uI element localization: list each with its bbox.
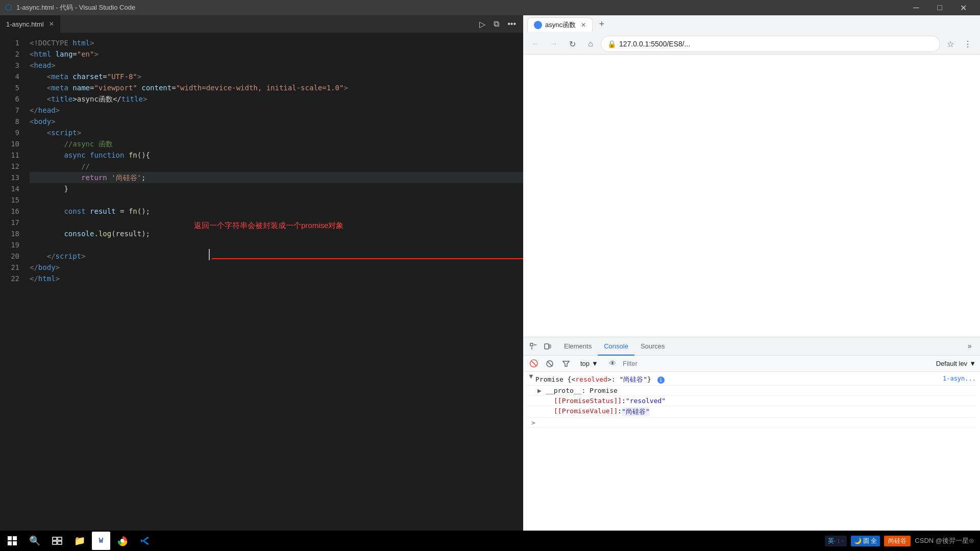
devtools-more-tabs[interactable]: » bbox=[964, 342, 976, 350]
browser-chrome: async函数 ✕ + ← → ↻ ⌂ 🔒 127.0.0.1:5500/ES8… bbox=[523, 15, 980, 55]
main-layout: 1-async.html ✕ ▷ ⧉ ••• 12345678910111213… bbox=[0, 15, 980, 531]
devtools-panel: Elements Console Sources » 🚫 top ▼ 👁 bbox=[523, 337, 980, 531]
line-number-3: 3 bbox=[0, 60, 26, 71]
title-bar-title: 1-async.html - 代码 - Visual Studio Code bbox=[16, 3, 135, 12]
line-number-10: 10 bbox=[0, 138, 26, 149]
code-line-19 bbox=[30, 239, 523, 251]
browser-content-area bbox=[523, 55, 980, 337]
console-item-promise: ▶ Promise {<resolved>: "尚硅谷"} i 1-asyn..… bbox=[527, 374, 976, 386]
console-item-status: [[PromiseStatus]] : "resolved" bbox=[527, 396, 976, 406]
filter-icon[interactable] bbox=[560, 358, 572, 370]
console-item-chevron: > bbox=[527, 418, 976, 428]
ime-indicator[interactable]: 英·：· bbox=[825, 536, 847, 546]
svg-rect-9 bbox=[13, 536, 17, 540]
line-number-13: 13 bbox=[0, 172, 26, 183]
taskbar-explorer-button[interactable]: 📁 bbox=[69, 531, 90, 551]
reload-button[interactable]: ↻ bbox=[564, 36, 580, 52]
devtools-tab-elements[interactable]: Elements bbox=[558, 337, 598, 356]
code-line-7: </head> bbox=[30, 105, 523, 116]
code-line-5: <meta name="viewport" content="width=dev… bbox=[30, 82, 523, 93]
browser-tab[interactable]: async函数 ✕ bbox=[527, 17, 593, 32]
line-numbers: 12345678910111213141516171819202122 bbox=[0, 33, 26, 531]
tab-actions: ▷ ⧉ ••• bbox=[476, 17, 523, 31]
code-line-11: async function fn(){ bbox=[30, 149, 523, 161]
line-number-22: 22 bbox=[0, 273, 26, 284]
browser-nav: ← → ↻ ⌂ 🔒 127.0.0.1:5500/ES8/... ☆ ⋮ bbox=[523, 34, 980, 54]
code-line-15 bbox=[30, 194, 523, 206]
eye-icon[interactable]: 👁 bbox=[606, 358, 619, 370]
page-favicon bbox=[534, 21, 542, 29]
console-filter-input[interactable] bbox=[623, 358, 932, 370]
code-line-20: </script> bbox=[30, 251, 523, 262]
tab-close-icon[interactable]: ✕ bbox=[49, 20, 54, 28]
split-editor-button[interactable]: ⧉ bbox=[491, 17, 502, 31]
forward-button[interactable]: → bbox=[546, 36, 562, 52]
title-bar-controls: ─ □ ✕ bbox=[904, 0, 975, 15]
editor-tab[interactable]: 1-async.html ✕ bbox=[0, 15, 61, 33]
promise-value-colon: : bbox=[618, 407, 622, 415]
devtools-tab-bar: Elements Console Sources » bbox=[523, 337, 980, 356]
back-button[interactable]: ← bbox=[527, 36, 544, 52]
chevron-symbol: > bbox=[531, 419, 535, 427]
svg-rect-4 bbox=[549, 345, 551, 348]
taskbar-chrome-button[interactable] bbox=[112, 531, 133, 551]
line-number-11: 11 bbox=[0, 149, 26, 161]
devtools-tab-sources[interactable]: Sources bbox=[634, 337, 671, 356]
proto-expand-icon[interactable]: ▶ bbox=[537, 387, 546, 394]
block-icon[interactable]: 🚫 bbox=[527, 358, 540, 370]
browser-tab-close-icon[interactable]: ✕ bbox=[581, 21, 586, 29]
default-levels-selector[interactable]: Default lev ▼ bbox=[936, 360, 976, 367]
code-line-3: <head> bbox=[30, 60, 523, 71]
inspect-element-icon[interactable] bbox=[527, 340, 540, 353]
console-source-link[interactable]: 1-asyn... bbox=[943, 375, 976, 382]
line-number-8: 8 bbox=[0, 116, 26, 127]
device-toggle-icon[interactable] bbox=[542, 340, 554, 353]
svg-rect-10 bbox=[8, 541, 12, 545]
code-content[interactable]: <!DOCTYPE html><html lang="en"><head> <m… bbox=[26, 33, 523, 531]
editor-tab-bar: 1-async.html ✕ ▷ ⧉ ••• bbox=[0, 15, 523, 33]
svg-marker-7 bbox=[563, 361, 569, 366]
promise-value-key: [[PromiseValue]] bbox=[554, 407, 618, 415]
title-bar: ⬡ 1-async.html - 代码 - Visual Studio Code… bbox=[0, 0, 980, 15]
new-tab-button[interactable]: + bbox=[595, 17, 609, 32]
context-selector[interactable]: top ▼ bbox=[576, 358, 602, 370]
url-display: 127.0.0.1:5500/ES8/... bbox=[619, 40, 690, 48]
devtools-icons bbox=[527, 340, 554, 353]
line-number-20: 20 bbox=[0, 251, 26, 262]
start-button[interactable] bbox=[2, 531, 22, 551]
svg-rect-14 bbox=[53, 541, 57, 544]
ime-box[interactable]: 🌙 圆 全 bbox=[851, 536, 880, 546]
devtools-tab-console[interactable]: Console bbox=[598, 337, 634, 356]
expand-icon[interactable]: ▶ bbox=[528, 375, 535, 383]
context-dropdown-icon: ▼ bbox=[592, 360, 598, 367]
info-icon: i bbox=[657, 377, 665, 384]
run-button[interactable]: ▷ bbox=[476, 17, 488, 31]
more-actions-button[interactable]: ••• bbox=[504, 17, 519, 31]
promise-status-key: [[PromiseStatus]] bbox=[554, 397, 622, 405]
code-editor: 12345678910111213141516171819202122 <!DO… bbox=[0, 33, 523, 531]
bookmark-button[interactable]: ☆ bbox=[942, 36, 959, 52]
close-button[interactable]: ✕ bbox=[951, 0, 975, 15]
address-bar[interactable]: 🔒 127.0.0.1:5500/ES8/... bbox=[601, 36, 940, 52]
browser-panel: async函数 ✕ + ← → ↻ ⌂ 🔒 127.0.0.1:5500/ES8… bbox=[523, 15, 980, 531]
clear-console-icon[interactable] bbox=[544, 358, 556, 370]
line-number-16: 16 bbox=[0, 206, 26, 217]
promise-value-val: "尚硅谷" bbox=[622, 407, 650, 416]
maximize-button[interactable]: □ bbox=[928, 0, 951, 15]
taskbar-word-button[interactable]: W bbox=[92, 532, 110, 550]
code-line-4: <meta charset="UTF-8"> bbox=[30, 71, 523, 82]
code-line-13: return '尚硅谷'; bbox=[30, 172, 523, 183]
taskbar-search-button[interactable]: 🔍 bbox=[24, 531, 45, 551]
line-number-9: 9 bbox=[0, 127, 26, 138]
code-line-21: </body> bbox=[30, 262, 523, 273]
taskbar-taskview-button[interactable] bbox=[47, 531, 67, 551]
vscode-icon: ⬡ bbox=[5, 3, 12, 13]
promise-text: Promise {<resolved>: "尚硅谷"} i bbox=[535, 375, 665, 384]
code-line-22: </html> bbox=[30, 273, 523, 284]
home-button[interactable]: ⌂ bbox=[582, 36, 599, 52]
csdn-watermark: CSDN @後羿一星⊙ bbox=[915, 536, 974, 545]
taskbar-vscode-button[interactable] bbox=[135, 531, 155, 551]
code-line-16: const result = fn(); bbox=[30, 206, 523, 217]
minimize-button[interactable]: ─ bbox=[904, 0, 928, 15]
browser-menu-button[interactable]: ⋮ bbox=[960, 36, 976, 52]
